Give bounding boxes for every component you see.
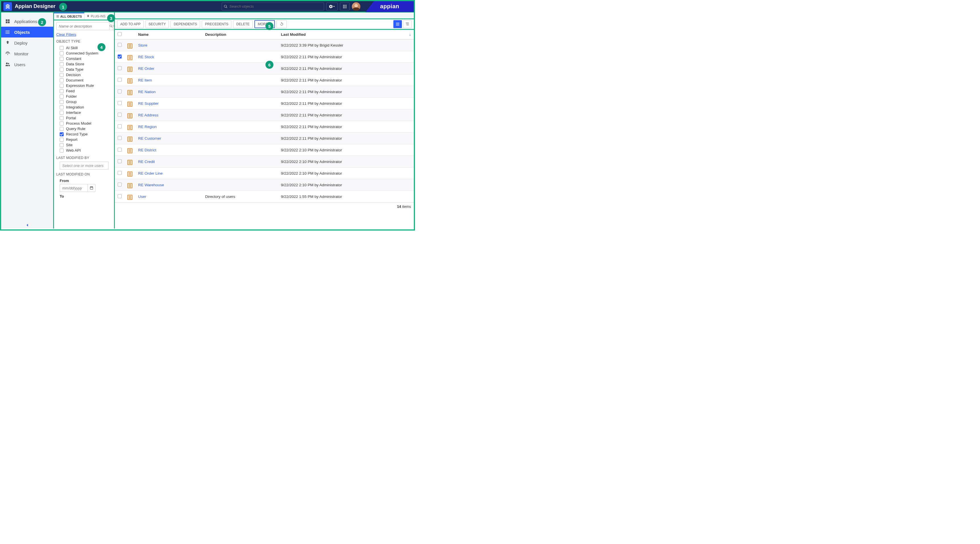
object-link[interactable]: RE Item [138,78,152,82]
name-col-header[interactable]: Name [135,30,202,40]
row-checkbox[interactable] [115,156,124,168]
object-link[interactable]: RE Address [138,113,158,117]
row-name-cell: RE Region [135,121,202,133]
filter-connected-system[interactable]: Connected System [56,51,112,56]
object-link[interactable]: RE Order [138,67,154,71]
row-checkbox[interactable] [115,98,124,109]
object-link[interactable]: RE Region [138,125,157,129]
object-link[interactable]: RE Order Line [138,171,162,176]
sidebar-item-label: Monitor [14,51,29,56]
object-link[interactable]: Store [138,43,147,48]
filter-data-store[interactable]: Data Store [56,61,112,67]
filter-folder[interactable]: Folder [56,94,112,99]
row-name-cell: User [135,191,202,203]
dependents-button[interactable]: DEPENDENTS [170,20,200,28]
list-view-button[interactable] [393,20,402,28]
user-avatar[interactable] [352,2,360,11]
row-checkbox[interactable] [115,121,124,133]
row-checkbox[interactable] [115,144,124,156]
filter-process-model[interactable]: Process Model [56,121,112,126]
filter-constant[interactable]: Constant [56,56,112,61]
object-link[interactable]: RE Customer [138,136,161,141]
from-date-row [60,184,112,192]
app-icon[interactable] [3,2,12,11]
from-date-input[interactable] [60,184,88,192]
settings-button[interactable] [326,3,338,11]
filter-feed[interactable]: Feed [56,88,112,94]
row-checkbox[interactable] [115,40,124,51]
row-checkbox[interactable] [115,109,124,121]
apps-grid-button[interactable] [340,3,350,11]
row-checkbox[interactable] [115,86,124,98]
filter-web-api[interactable]: Web API [56,147,112,153]
hierarchy-view-button[interactable] [403,20,412,28]
add-to-app-button[interactable]: ADD TO APP [117,20,144,28]
refresh-button[interactable] [277,20,287,28]
row-name-cell: RE Nation [135,86,202,98]
object-link[interactable]: RE Stock [138,55,154,59]
clear-filters-link[interactable]: Clear Filters [56,32,76,36]
global-search[interactable] [222,3,324,11]
collapse-sidebar[interactable] [1,223,53,228]
object-link[interactable]: User [138,195,146,199]
object-link[interactable]: RE Credit [138,160,155,164]
row-checkbox[interactable] [115,179,124,191]
sort-indicator[interactable]: ↓ [406,30,414,40]
row-checkbox[interactable] [115,168,124,179]
filter-integration[interactable]: Integration [56,105,112,110]
filter-expression-rule[interactable]: Expression Rule [56,83,112,88]
sidebar-item-monitor[interactable]: Monitor [1,48,53,59]
checkbox-icon [118,101,122,105]
filter-record-type[interactable]: Record Type [56,132,112,137]
last-modified-col-header[interactable]: Last Modified [278,30,406,40]
filter-report[interactable]: Report [56,137,112,142]
filter-search-button[interactable] [110,22,113,30]
filter-group[interactable]: Group [56,99,112,105]
filter-document[interactable]: Document [56,78,112,83]
row-modified-cell: 9/22/2022 2:10 PM by Administrator [278,168,414,179]
filter-search-dropdown[interactable] [113,22,114,30]
row-checkbox[interactable] [115,133,124,144]
object-link[interactable]: RE District [138,148,156,152]
modified-by-select[interactable]: Select one or more users [60,162,108,170]
sidebar-item-objects[interactable]: Objects [1,27,53,38]
to-label: To [60,194,112,198]
delete-button[interactable]: DELETE [233,20,253,28]
checkbox-icon [60,127,64,131]
object-link[interactable]: RE Supplier [138,102,159,106]
description-col-header[interactable]: Description [202,30,278,40]
from-date-picker[interactable] [88,184,95,192]
object-link[interactable]: RE Warehouse [138,183,164,187]
security-button[interactable]: SECURITY [146,20,169,28]
row-name-cell: Store [135,40,202,51]
checkbox-icon [60,73,64,77]
sidebar-item-users[interactable]: Users [1,59,53,70]
row-checkbox[interactable] [115,191,124,203]
select-all-header[interactable] [115,30,124,40]
filter-site[interactable]: Site [56,142,112,147]
checkbox-icon [118,147,122,152]
table-row: RE Warehouse9/22/2022 2:10 PM by Adminis… [115,179,414,191]
table-row: UserDirectory of users9/22/2022 1:55 PM … [115,191,414,203]
filter-interface[interactable]: Interface [56,110,112,115]
filter-label: Data Type [66,67,83,71]
row-type-icon-cell [124,75,135,86]
row-checkbox[interactable] [115,75,124,86]
tab-plugins[interactable]: PLUG-INS [84,13,108,20]
filter-data-type[interactable]: Data Type [56,67,112,72]
filter-label: Decision [66,73,81,77]
sidebar-item-deploy[interactable]: Deploy [1,38,53,48]
filter-portal[interactable]: Portal [56,115,112,121]
tab-all-objects[interactable]: ALL OBJECTS [54,13,84,20]
checkbox-icon [118,54,122,59]
table-row: RE Order9/22/2022 2:11 PM by Administrat… [115,63,414,75]
global-search-input[interactable] [229,4,322,8]
row-checkbox[interactable] [115,63,124,75]
object-link[interactable]: RE Nation [138,90,156,94]
filter-search-input[interactable] [56,22,110,30]
checkbox-icon [60,122,64,125]
filter-decision[interactable]: Decision [56,72,112,78]
row-checkbox[interactable] [115,51,124,63]
filter-query-rule[interactable]: Query Rule [56,126,112,132]
precedents-button[interactable]: PRECEDENTS [202,20,231,28]
